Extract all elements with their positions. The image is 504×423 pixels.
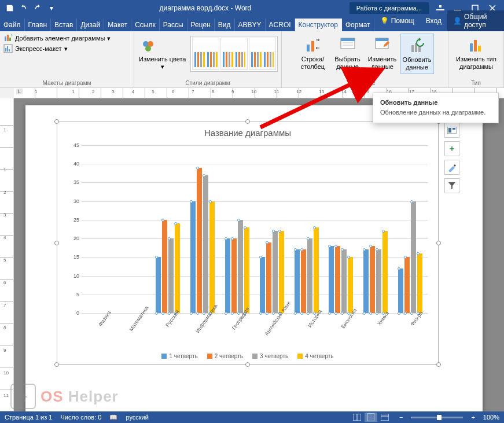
category-group[interactable]	[185, 145, 220, 313]
tab-home[interactable]: Главн	[25, 19, 51, 31]
bar[interactable]	[335, 246, 340, 313]
resize-handle[interactable]	[54, 362, 59, 367]
status-word-count[interactable]: Число слов: 0	[60, 414, 101, 421]
chart-styles-button[interactable]	[444, 160, 459, 175]
chart-filters-button[interactable]	[444, 178, 459, 193]
chart-object[interactable]: Название диаграммы 051015202530354045 Фи…	[57, 122, 439, 365]
bar[interactable]	[370, 246, 375, 313]
change-chart-type-button[interactable]: Изменить тип диаграммы	[452, 34, 501, 72]
bar[interactable]	[301, 249, 306, 313]
resize-handle[interactable]	[54, 241, 59, 245]
zoom-level[interactable]: 100%	[483, 414, 499, 421]
chart-layout-options-button[interactable]	[444, 123, 459, 138]
print-layout-icon[interactable]	[365, 413, 377, 422]
category-group[interactable]	[220, 145, 255, 313]
chart-styles-gallery[interactable]	[190, 36, 278, 72]
status-language[interactable]: русский	[126, 414, 148, 421]
share-button[interactable]: 👤Общий доступ	[447, 10, 504, 31]
category-group[interactable]	[324, 145, 359, 313]
tab-chart-design[interactable]: Конструктор	[295, 19, 342, 31]
category-group[interactable]	[151, 145, 186, 313]
tab-file[interactable]: Файл	[0, 19, 25, 31]
add-chart-element-button[interactable]: + Добавить элемент диаграммы ▾	[3, 34, 130, 43]
bar[interactable]	[203, 175, 208, 313]
legend-item[interactable]: 4 четверть	[297, 353, 333, 359]
bar[interactable]	[266, 242, 271, 313]
category-group[interactable]	[255, 145, 289, 313]
bar[interactable]	[376, 249, 381, 313]
category-group[interactable]	[116, 145, 151, 313]
spellcheck-icon[interactable]: 📖	[109, 414, 117, 421]
bar[interactable]	[341, 249, 347, 313]
tab-layout[interactable]: Макет	[104, 19, 131, 31]
zoom-slider[interactable]	[411, 417, 463, 418]
tab-review[interactable]: Рецен	[187, 19, 215, 31]
category-group[interactable]	[358, 145, 393, 313]
switch-row-column-button[interactable]: Строка/столбец	[296, 34, 330, 74]
bar[interactable]	[411, 201, 416, 313]
tab-chart-format[interactable]: Формат	[342, 19, 374, 31]
bar[interactable]	[363, 249, 369, 313]
web-layout-icon[interactable]	[378, 413, 391, 422]
resize-handle[interactable]	[436, 241, 441, 245]
chart-style-item[interactable]	[220, 38, 248, 70]
bar[interactable]	[225, 238, 230, 313]
status-page[interactable]: Страница 1 из 1	[5, 414, 52, 421]
bar[interactable]	[197, 168, 202, 313]
bar[interactable]	[231, 238, 237, 313]
tab-design[interactable]: Дизай	[77, 19, 104, 31]
resize-handle[interactable]	[245, 119, 250, 124]
chart-style-item[interactable]	[249, 38, 276, 70]
page[interactable]: Название диаграммы 051015202530354045 Фи…	[25, 105, 483, 411]
quick-layout-button[interactable]: Экспресс-макет ▾	[3, 44, 130, 53]
resize-handle[interactable]	[54, 119, 59, 124]
legend-item[interactable]: 3 четверть	[252, 353, 288, 359]
change-colors-button[interactable]: Изменить цвета ▾	[138, 36, 187, 72]
ruler-tab-selector[interactable]: L	[16, 89, 23, 94]
tell-me-button[interactable]: 💡Помощ	[374, 14, 420, 27]
category-group[interactable]	[393, 145, 428, 313]
tab-acrobat[interactable]: ACROI	[266, 19, 295, 31]
zoom-in-button[interactable]: +	[471, 414, 474, 421]
bar[interactable]	[260, 257, 265, 313]
tab-abbyy[interactable]: ABBYY	[235, 19, 266, 31]
document-area[interactable]: Название диаграммы 051015202530354045 Фи…	[14, 98, 504, 411]
legend-item[interactable]: 2 четверть	[207, 353, 243, 359]
tab-view[interactable]: Вид	[215, 19, 235, 31]
category-group[interactable]	[82, 145, 116, 313]
chart-legend[interactable]: 1 четверть2 четверть3 четверть4 четверть	[57, 353, 438, 359]
category-group[interactable]	[289, 145, 324, 313]
bar[interactable]	[273, 231, 278, 313]
bar[interactable]	[238, 220, 243, 313]
undo-icon[interactable]	[17, 2, 30, 14]
chart-plot-area[interactable]: 051015202530354045	[82, 145, 428, 313]
tab-references[interactable]: Ссылк	[131, 19, 160, 31]
read-mode-icon[interactable]	[351, 413, 363, 422]
signin-button[interactable]: Вход	[420, 14, 447, 27]
zoom-out-button[interactable]: −	[399, 414, 403, 421]
refresh-data-button[interactable]: Обновить данные	[400, 34, 434, 74]
bar[interactable]	[156, 257, 161, 313]
bar[interactable]	[295, 249, 300, 313]
qat-custom-icon[interactable]: ▾	[45, 2, 58, 14]
resize-handle[interactable]	[245, 362, 250, 367]
legend-item[interactable]: 1 четверть	[161, 353, 197, 359]
tab-insert[interactable]: Встав	[51, 19, 77, 31]
save-icon[interactable]	[3, 2, 16, 14]
bar[interactable]	[162, 220, 167, 313]
bar[interactable]	[329, 246, 334, 313]
redo-icon[interactable]	[31, 2, 44, 14]
bar[interactable]	[168, 238, 174, 313]
chart-style-item[interactable]	[192, 38, 219, 70]
bar[interactable]	[190, 201, 196, 313]
bar[interactable]	[307, 238, 312, 313]
bar[interactable]	[398, 268, 403, 313]
tab-mailings[interactable]: Рассы	[160, 19, 187, 31]
edit-data-button[interactable]: Изменить данные	[366, 34, 399, 74]
vertical-ruler[interactable]: 112345678910111213	[0, 98, 14, 411]
resize-handle[interactable]	[436, 362, 441, 367]
select-data-button[interactable]: Выбрать данные	[331, 34, 365, 74]
bar[interactable]	[244, 227, 249, 313]
bar[interactable]	[209, 201, 215, 313]
bar[interactable]	[404, 257, 410, 313]
